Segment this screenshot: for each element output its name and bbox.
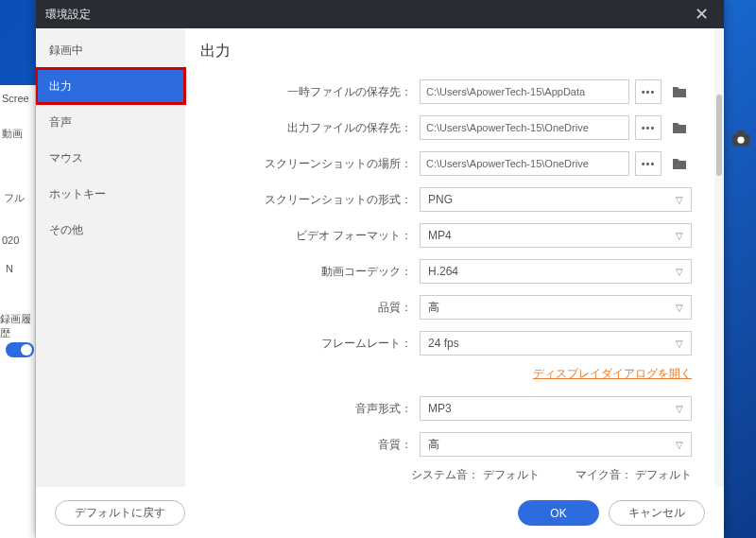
browse-button[interactable]: ••• (635, 79, 662, 104)
sidebar-item-label: ホットキー (49, 186, 106, 202)
bg-toggle[interactable] (6, 342, 34, 357)
sidebar-item-recording[interactable]: 録画中 (36, 32, 185, 68)
field-label: 出力ファイルの保存先： (200, 120, 420, 136)
video-codec-select[interactable]: H.264▽ (420, 259, 692, 284)
sidebar-item-label: 音声 (49, 114, 72, 130)
field-label: スクリーンショットの形式： (200, 192, 420, 208)
field-label: 音声形式： (200, 401, 420, 417)
field-label: フレームレート： (200, 336, 420, 352)
open-folder-button[interactable] (667, 151, 692, 176)
open-display-dialog-link[interactable]: ディスプレイダイアログを開く (533, 367, 692, 380)
reset-defaults-button[interactable]: デフォルトに戻す (55, 500, 185, 526)
video-format-select[interactable]: MP4▽ (420, 223, 692, 248)
section-heading: 出力 (200, 42, 692, 61)
display-dialog-link-row: ディスプレイダイアログを開く (200, 366, 692, 382)
chevron-down-icon: ▽ (676, 404, 683, 414)
sidebar-item-label: 出力 (49, 78, 72, 95)
sidebar-item-audio[interactable]: 音声 (36, 104, 185, 140)
field-label: 一時ファイルの保存先： (200, 84, 420, 100)
titlebar: 環境設定 ✕ (36, 0, 724, 28)
ok-button[interactable]: OK (518, 500, 599, 526)
quality-select[interactable]: 高▽ (420, 295, 692, 320)
bg-text: フル (4, 191, 25, 205)
output-path-input[interactable]: C:\Users\ApowerTech-15\OneDrive (420, 115, 629, 140)
bg-text: N (6, 263, 13, 274)
field-label: 動画コーデック： (200, 264, 420, 280)
settings-sidebar: 録画中 出力 音声 マウス ホットキー その他 (36, 28, 185, 487)
audio-quality-select[interactable]: 高▽ (420, 432, 692, 457)
framerate-select[interactable]: 24 fps▽ (420, 331, 692, 356)
screenshot-path-input[interactable]: C:\Users\ApowerTech-15\OneDrive (420, 151, 629, 176)
audio-format-select[interactable]: MP3▽ (420, 396, 692, 421)
sidebar-item-other[interactable]: その他 (36, 212, 185, 248)
dialog-footer: デフォルトに戻す OK キャンセル (36, 487, 724, 538)
settings-main: 出力 一時ファイルの保存先： C:\Users\ApowerTech-15\Ap… (185, 28, 724, 487)
field-label: 音質： (200, 437, 420, 453)
field-label: スクリーンショットの場所： (200, 156, 420, 172)
bg-text: 録画履歴 (0, 312, 35, 340)
sidebar-item-label: マウス (49, 150, 83, 166)
svg-rect-1 (737, 130, 744, 135)
vertical-scrollbar[interactable] (714, 28, 724, 487)
open-folder-button[interactable] (667, 79, 692, 104)
preferences-dialog: 環境設定 ✕ 録画中 出力 音声 マウス ホットキー その他 出力 一時ファイル… (36, 0, 724, 538)
sidebar-item-hotkey[interactable]: ホットキー (36, 176, 185, 212)
temp-path-input[interactable]: C:\Users\ApowerTech-15\AppData (420, 79, 629, 104)
chevron-down-icon: ▽ (676, 267, 683, 277)
chevron-down-icon: ▽ (676, 231, 683, 241)
browse-button[interactable]: ••• (635, 115, 662, 140)
screenshot-format-select[interactable]: PNG▽ (420, 187, 692, 212)
sidebar-item-output[interactable]: 出力 (36, 68, 185, 104)
chevron-down-icon: ▽ (676, 440, 683, 450)
sidebar-item-label: 録画中 (49, 43, 83, 59)
sidebar-item-mouse[interactable]: マウス (36, 140, 185, 176)
open-folder-button[interactable] (667, 115, 692, 140)
browse-button[interactable]: ••• (635, 151, 662, 176)
chevron-down-icon: ▽ (676, 303, 683, 313)
cancel-button[interactable]: キャンセル (609, 500, 705, 526)
svg-point-2 (737, 136, 744, 143)
bg-app-strip: Scree 動画 フル 020 N 録画履歴 (0, 85, 36, 538)
bg-text: 動画 (2, 127, 23, 141)
dialog-title: 環境設定 (45, 7, 91, 23)
field-label: ビデオ フォーマット： (200, 228, 420, 244)
close-icon[interactable]: ✕ (689, 4, 714, 25)
chevron-down-icon: ▽ (676, 338, 683, 349)
camera-icon[interactable] (730, 130, 751, 146)
chevron-down-icon: ▽ (676, 195, 683, 205)
bg-text: 020 (2, 234, 19, 246)
sidebar-item-label: その他 (49, 222, 83, 238)
field-label: 品質： (200, 300, 420, 316)
audio-device-info: システム音： デフォルト マイク音： デフォルト (200, 467, 692, 483)
bg-text: Scree (2, 93, 29, 104)
scrollbar-thumb[interactable] (716, 95, 722, 176)
